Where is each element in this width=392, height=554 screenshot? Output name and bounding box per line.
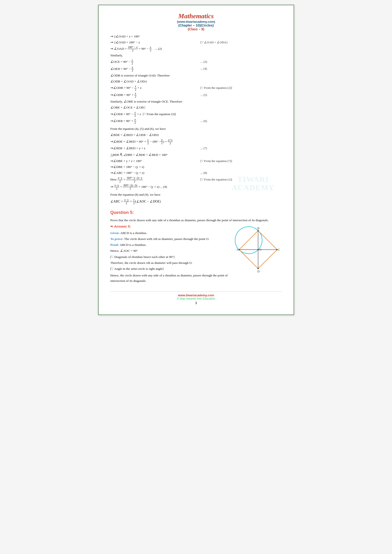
svg-text:O: O: [259, 248, 261, 251]
answer5-heading: ✏ Answer 5:: [111, 224, 230, 229]
svg-point-11: [257, 230, 259, 231]
line-1: ⇒ 2∠OAD + z = 180°: [111, 34, 282, 39]
svg-point-12: [276, 249, 278, 250]
line-7: ⇒∠ODB = 90° + z2 ... (5): [111, 92, 282, 98]
svg-text:A: A: [236, 248, 239, 251]
rhombus-diagram: A B C D O: [234, 226, 282, 275]
line-11: ⇒∠DBE + y + z = 180° [∵ From the equatio…: [111, 159, 282, 164]
header-subtitle: (www.tiwariacademy.com): [111, 20, 282, 23]
hence2-line: Hence, the circle drawn with any side of…: [111, 273, 230, 284]
line-similarly: Similarly,: [111, 53, 282, 58]
line-9: ⇒∠OEB = 90° + z2 ... (6): [111, 118, 282, 124]
svg-text:C: C: [278, 248, 280, 251]
line-15: ⇒ x−y2 = 360°−2y−2z2 = 180° − (y + z) ..…: [111, 184, 282, 190]
diagonals-line: [∵ Diagonals of rhombus bisect each othe…: [111, 254, 230, 260]
svg-point-10: [238, 249, 240, 250]
line-delta-bde: △BDE में, ∠DBE + ∠BDE + ∠BED = 180°: [111, 152, 282, 158]
svg-point-9: [257, 249, 259, 250]
page: TIWARIACADEMY Mathematics (www.tiwariaca…: [98, 5, 294, 315]
line-13: ⇒∠ABC = 180° − (y + z) ... (8): [111, 170, 282, 175]
question5-heading: Question 5:: [111, 209, 282, 216]
line-6: ⇒∠ODB = 90° − z2 + z [∵ From the equatio…: [111, 85, 282, 91]
svg-text:B: B: [257, 226, 259, 230]
therefore-line: Therefore, the circle drawn AB as diamet…: [111, 260, 230, 265]
line-14: Here x−y2 = 360°−y−2z−y2 [∵ From the equ…: [111, 176, 282, 183]
toprove-line: To prove: The circle drawn with AB as di…: [111, 236, 230, 242]
content-area: ⇒ 2∠OAD + z = 180° ⇒ 2∠OAD = 180° − z [∵…: [111, 34, 282, 284]
pencil-icon: ✏: [111, 224, 113, 229]
line-2: ⇒ 2∠OAD = 180° − z [∵ ∠OAD = ∠ODA]: [111, 40, 282, 45]
footer-url: www.tiwariacademy.com: [111, 293, 282, 297]
question5-text: Prove that the circle drawn with any sid…: [111, 218, 282, 223]
answer5-section: ✏ Answer 5: Given: ABCD is a rhombus. To…: [111, 224, 282, 284]
page-title: Mathematics: [111, 12, 282, 20]
given-line: Given: ABCD is a rhombus.: [111, 230, 230, 236]
line-odb-exterior: ∠ODB is exterior of triangle OAD. Theref…: [111, 73, 282, 78]
line-obe-eq: ∠OBE = ∠OCE + ∠OEC: [111, 105, 282, 110]
svg-point-13: [257, 268, 259, 269]
line-12: ⇒∠DBE = 180° − (y + z): [111, 164, 282, 170]
line-10: ⇒∠BDE + ∠BED = y + z ... (7): [111, 146, 282, 151]
svg-text:D: D: [257, 270, 259, 273]
line-from-456: From the equation (4), (5) and (6), we h…: [111, 126, 282, 132]
line-bde-calc: ⇒∠BDE = ∠BED = 90° + z2 − (90° − y2) = y…: [111, 138, 282, 145]
footer-tagline: A Step towards free Education: [111, 297, 282, 300]
angle-line: [∵ Angle in the semi-circle is right ang…: [111, 266, 230, 271]
line-bde: ∠BDE = ∠BED = ∠OEB − ∠OED: [111, 132, 282, 138]
line-5: ∠OED = 90° − y2 ... (4): [111, 66, 282, 72]
hence-line: Hence, ∠AOC = 90°: [111, 248, 230, 253]
line-8: ⇒∠OEB = 90° − z2 + z [∵ From the equatio…: [111, 111, 282, 118]
line-3: ⇒ ∠OAD = 180° − z2 = 90° − z2 ... (2): [111, 46, 282, 52]
header-chapter: (Chapter – 10)(Circles): [111, 23, 282, 27]
line-from-89: From the equation (8) and (9), we have: [111, 192, 282, 197]
answer5-text: ✏ Answer 5: Given: ABCD is a rhombus. To…: [111, 224, 230, 284]
line-obe-exterior: Similarly, ∠OBE is exterior of triangle …: [111, 99, 282, 104]
line-final: ∠ABC = x−y2 = 12(∠AOC − ∠DOE): [111, 199, 282, 205]
header-class: (Class – 9): [111, 27, 282, 31]
line-odb-eq: ∠ODB = ∠OAD + ∠ODA: [111, 79, 282, 84]
proof-line: Proof: ABCD is a rhombus.: [111, 242, 230, 248]
line-4: ∠OCE = 90° − z2 ... (3): [111, 59, 282, 65]
header: Mathematics (www.tiwariacademy.com) (Cha…: [111, 12, 282, 31]
footer: www.tiwariacademy.com A Step towards fre…: [111, 291, 282, 305]
footer-page: 3: [111, 301, 282, 305]
